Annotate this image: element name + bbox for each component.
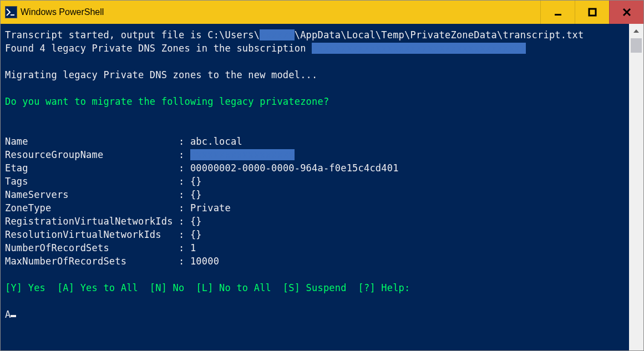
window-controls [540,1,643,24]
svg-rect-2 [589,9,596,16]
prop-row: Tags : {} [5,176,202,187]
scroll-thumb[interactable] [631,38,642,53]
window-title: Windows PowerShell [21,7,104,17]
minimize-button[interactable] [540,1,575,24]
prop-row: RegistrationVirtualNetworkIds : {} [5,216,202,227]
scroll-up-arrow[interactable] [629,24,643,38]
svg-rect-1 [555,14,561,16]
found-zones-line: Found 4 legacy Private DNS Zones in the … [5,43,526,54]
powershell-icon [5,6,17,18]
migrate-prompt: Do you want to migrate the following leg… [5,96,329,107]
prop-row: MaxNumberOfRecordSets : 10000 [5,256,219,267]
choice-prompt: [Y] Yes [A] Yes to All [N] No [L] No to … [5,282,410,293]
titlebar: Windows PowerShell [1,1,643,24]
prop-row: NameServers : {} [5,189,202,200]
prop-row: ZoneType : Private [5,202,231,213]
maximize-button[interactable] [575,1,609,24]
migrating-line: Migrating legacy Private DNS zones to th… [5,69,317,80]
prop-row: Etag : 00000002-0000-0000-964a-f0e15c4cd… [5,162,399,174]
titlebar-left: Windows PowerShell [5,6,104,18]
prop-row: Name : abc.local [5,136,242,147]
prop-row: ResolutionVirtualNetworkIds : {} [5,229,202,240]
content-area: Transcript started, output file is C:\Us… [1,24,643,350]
cursor [11,315,16,317]
prop-row: ResourceGroupName : xxxxxxxxxxxxxxxxxx [5,149,295,160]
redacted-subscription: xxxxxxxxxxxxxxxxxxxxxxxxxxxxxxxxxxxxx [312,43,526,54]
scrollbar[interactable] [629,24,643,350]
prop-row: NumberOfRecordSets : 1 [5,242,196,253]
redacted-user: xxxxxx [260,29,295,40]
close-button[interactable] [609,1,643,24]
transcript-line: Transcript started, output file is C:\Us… [5,29,584,40]
input-line[interactable]: A [5,309,16,320]
terminal-output[interactable]: Transcript started, output file is C:\Us… [1,24,629,350]
redacted-rg: xxxxxxxxxxxxxxxxxx [190,149,295,160]
